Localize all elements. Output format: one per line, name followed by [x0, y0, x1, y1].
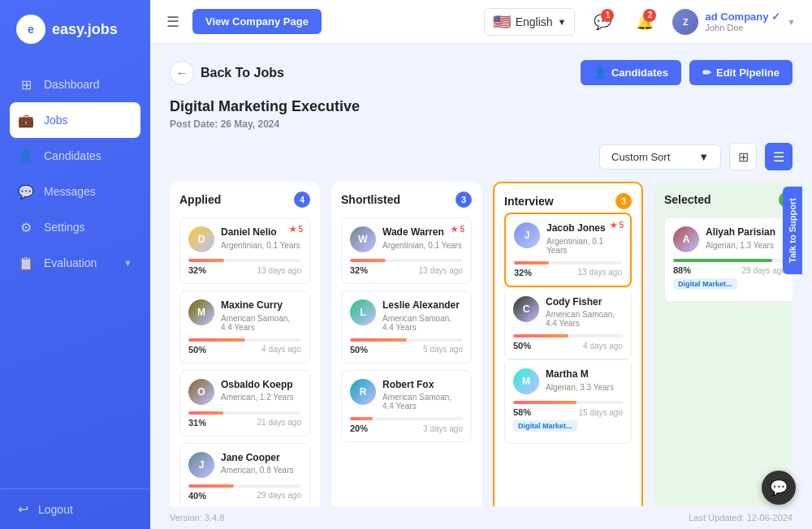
candidates-icon: 👤	[18, 148, 34, 164]
candidate-info: Robert FoxAmerican Samoan, 4.4 Years	[382, 379, 463, 411]
sidebar: e easy.jobs ⊞ Dashboard 💼 Jobs 👤 Candida…	[0, 0, 150, 529]
candidate-card[interactable]: ★ 5DDaniel NelioArgentinian, 0.1 Years32…	[179, 217, 310, 284]
candidate-info: Maxine CurryAmerican Samoan, 4.4 Years	[221, 299, 301, 332]
kanban-column-shortlisted: Shortlisted3★ 5WWade WarrenArgentinian, …	[331, 182, 482, 506]
menu-icon[interactable]: ☰	[166, 13, 179, 31]
card-top: OOsbaldo KoeppAmerican, 1.2 Years	[188, 379, 301, 405]
card-top: JJane CooperAmerican, 0.8 Years	[188, 452, 301, 478]
progress-bar-container	[513, 401, 623, 404]
kanban-column-applied: Applied4★ 5DDaniel NelioArgentinian, 0.1…	[170, 182, 320, 506]
sidebar-item-dashboard[interactable]: ⊞ Dashboard	[0, 67, 150, 102]
edit-icon: ✏	[702, 67, 711, 79]
candidate-card[interactable]: ★ 5WWade WarrenArgentinian, 0.1 Years32%…	[341, 217, 472, 284]
back-to-jobs-button[interactable]: ← Back To Jobs	[170, 61, 284, 85]
progress-bar-container	[514, 261, 622, 264]
score-pct: 88%	[673, 265, 691, 275]
candidates-button[interactable]: 👤 Candidates	[581, 60, 681, 85]
candidate-detail: Argentinian, 0.1 Years	[382, 241, 463, 250]
card-footer: 32%13 days ago	[188, 265, 301, 275]
candidate-card[interactable]: MMartha MAlgerian, 3.3 Years58%15 days a…	[504, 359, 632, 444]
avatar: C	[513, 296, 539, 322]
card-footer: 20%3 days ago	[350, 424, 463, 433]
progress-bar-container	[350, 259, 463, 262]
col-header: Selected1	[664, 191, 793, 208]
candidate-detail: American Samoan, 4.4 Years	[382, 393, 463, 411]
evaluation-icon: 📋	[18, 255, 34, 271]
logo-icon: e	[16, 15, 45, 44]
view-company-button[interactable]: View Company Page	[192, 9, 322, 34]
col-title: Shortlisted	[341, 193, 400, 206]
progress-bar-container	[350, 338, 463, 342]
candidate-card[interactable]: LLeslie AlexanderAmerican Samoan, 4.4 Ye…	[341, 290, 472, 363]
candidate-card[interactable]: CCody FisherAmerican Samoan, 4.4 Years50…	[504, 287, 632, 360]
card-score: ★ 5	[610, 221, 624, 230]
col-title: Selected	[664, 193, 711, 206]
candidate-detail: Argentinian, 0.1 Years	[546, 237, 622, 255]
time-ago: 13 days ago	[578, 268, 623, 277]
progress-bar-container	[673, 259, 786, 262]
sidebar-item-evaluation[interactable]: 📋 Evaluation ▼	[0, 245, 150, 281]
sidebar-item-jobs[interactable]: 💼 Jobs	[10, 102, 140, 138]
sidebar-item-candidates[interactable]: 👤 Candidates	[0, 138, 150, 174]
version: Version: 3.4.8	[170, 513, 224, 523]
jobs-icon: 💼	[18, 112, 34, 128]
time-ago: 15 days ago	[579, 408, 624, 417]
kanban-view-button[interactable]: ☰	[765, 143, 793, 170]
card-tag: Digital Market...	[513, 420, 577, 432]
time-ago: 4 days ago	[583, 342, 623, 351]
candidate-detail: American Samoan, 4.4 Years	[221, 314, 301, 332]
sidebar-item-settings[interactable]: ⚙ Settings	[0, 209, 150, 245]
sidebar-item-label: Candidates	[44, 149, 102, 162]
candidate-card[interactable]: OOsbaldo KoeppAmerican, 1.2 Years31%21 d…	[179, 370, 310, 437]
candidate-card[interactable]: MMaxine CurryAmerican Samoan, 4.4 Years5…	[179, 290, 310, 363]
footer: Version: 3.4.8 Last Updated: 12-06-2024	[150, 506, 812, 529]
card-footer: 50%4 days ago	[513, 341, 623, 351]
avatar: A	[673, 226, 699, 252]
candidate-name: Robert Fox	[382, 379, 463, 392]
avatar: J	[188, 452, 214, 478]
sidebar-item-messages[interactable]: 💬 Messages	[0, 174, 150, 209]
avatar: Z	[672, 9, 698, 35]
progress-bar	[350, 417, 373, 420]
candidate-card[interactable]: JJane CooperAmerican, 0.8 Years40%29 day…	[179, 443, 310, 506]
col-badge: 3	[615, 193, 632, 209]
progress-bar	[188, 259, 224, 262]
user-info[interactable]: Z ad Company ✓ John Doe ▼	[672, 9, 796, 35]
kanban-board: Applied4★ 5DDaniel NelioArgentinian, 0.1…	[170, 182, 793, 506]
candidate-detail: Argentinian, 0.1 Years	[221, 241, 301, 250]
logout-item[interactable]: ↩ Logout	[18, 501, 132, 517]
candidate-card[interactable]: RRobert FoxAmerican Samoan, 4.4 Years20%…	[341, 370, 472, 443]
logout-icon: ↩	[18, 501, 28, 517]
sidebar-logo: e easy.jobs	[0, 0, 150, 58]
card-top: DDaniel NelioArgentinian, 0.1 Years	[188, 226, 301, 252]
progress-bar	[513, 334, 568, 338]
score-pct: 32%	[350, 265, 368, 275]
support-tab[interactable]: Talk to Support	[783, 187, 802, 274]
score-pct: 20%	[350, 424, 368, 433]
back-label: Back To Jobs	[201, 66, 284, 80]
card-score: ★ 5	[451, 225, 464, 234]
candidate-card[interactable]: ★ 5JJacob JonesArgentinian, 0.1 Years32%…	[504, 213, 632, 287]
progress-bar	[188, 411, 223, 415]
col-badge: 3	[456, 191, 472, 208]
sort-dropdown[interactable]: Custom Sort ▼	[599, 144, 721, 170]
edit-pipeline-button[interactable]: ✏ Edit Pipeline	[689, 60, 793, 85]
notification-bell-2[interactable]: 🔔 2	[630, 7, 659, 37]
sidebar-item-label: Messages	[44, 185, 96, 198]
language-selector[interactable]: 🇺🇸 English ▼	[484, 8, 576, 36]
avatar: J	[514, 222, 540, 248]
score-pct: 32%	[188, 265, 206, 275]
candidate-info: Aliyah ParisianAlgerian, 1.3 Years	[706, 226, 786, 250]
sidebar-nav: ⊞ Dashboard 💼 Jobs 👤 Candidates 💬 Messag…	[0, 58, 150, 488]
chat-bubble[interactable]: 💬	[762, 471, 796, 505]
grid-view-button[interactable]: ⊞	[729, 143, 757, 170]
notification-bell-1[interactable]: 💬 1	[588, 7, 617, 37]
candidate-detail: American Samoan, 4.4 Years	[382, 314, 463, 332]
last-updated: Last Updated: 12-06-2024	[689, 513, 793, 523]
candidate-card[interactable]: AAliyah ParisianAlgerian, 1.3 Years88%29…	[664, 217, 793, 302]
candidate-info: Cody FisherAmerican Samoan, 4.4 Years	[546, 296, 623, 329]
time-ago: 5 days ago	[423, 345, 463, 354]
dashboard-icon: ⊞	[18, 76, 34, 92]
candidate-info: Osbaldo KoeppAmerican, 1.2 Years	[221, 379, 301, 402]
progress-bar-container	[188, 338, 301, 342]
